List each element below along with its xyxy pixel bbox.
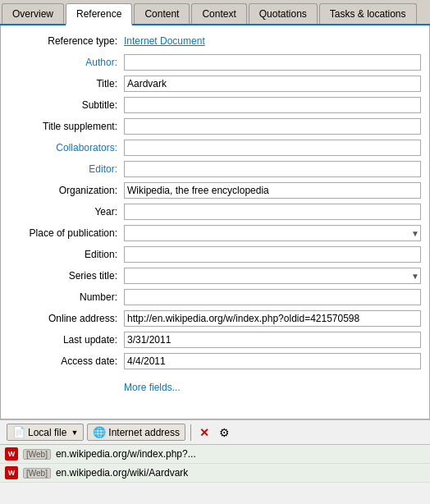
ref-type-value[interactable]: Internet Document <box>124 35 205 47</box>
title-input[interactable] <box>124 76 421 92</box>
list-item[interactable]: W [Web] en.wikipedia.org/w/index.php?... <box>0 445 430 464</box>
title-label: Title: <box>9 78 124 89</box>
access-date-row: Access date: <box>9 352 421 370</box>
internet-address-button[interactable]: 🌐 Internet address <box>87 424 185 441</box>
series-title-label: Series title: <box>9 270 124 282</box>
author-row: Author: <box>9 53 421 71</box>
list-item-url-1: en.wikipedia.org/wiki/Aardvark <box>56 467 188 479</box>
subtitle-input[interactable] <box>124 97 421 113</box>
number-label: Number: <box>9 291 124 303</box>
editor-row: Editor: <box>9 160 421 178</box>
place-publication-wrapper: ▼ <box>124 225 421 241</box>
year-input[interactable] <box>124 204 421 220</box>
collaborators-input[interactable] <box>124 140 421 156</box>
title-supplement-row: Title supplement: <box>9 117 421 135</box>
internet-address-label: Internet address <box>108 427 180 438</box>
online-address-row: Online address: <box>9 309 421 328</box>
last-update-input[interactable] <box>124 332 421 348</box>
online-address-input[interactable] <box>124 310 421 327</box>
subtitle-row: Subtitle: <box>9 96 421 114</box>
tab-content[interactable]: Content <box>134 3 190 24</box>
settings-button[interactable]: ⚙ <box>216 426 233 439</box>
series-title-row: Series title: ▼ <box>9 267 421 285</box>
title-row: Title: <box>9 75 421 93</box>
reference-form: Reference type: Internet Document Author… <box>0 25 430 419</box>
delete-button[interactable]: ✕ <box>196 426 213 439</box>
editor-label: Editor: <box>9 163 124 175</box>
edition-input[interactable] <box>124 246 421 263</box>
author-input[interactable] <box>124 54 421 71</box>
list-item-icon-1: W <box>5 466 18 479</box>
place-publication-input[interactable] <box>124 225 421 241</box>
bottom-list: W [Web] en.wikipedia.org/w/index.php?...… <box>0 444 430 483</box>
last-update-row: Last update: <box>9 331 421 349</box>
year-row: Year: <box>9 203 421 221</box>
list-item-badge-1: [Web] <box>23 468 51 479</box>
list-item[interactable]: W [Web] en.wikipedia.org/wiki/Aardvark <box>0 464 430 483</box>
organization-input[interactable] <box>124 182 421 199</box>
year-label: Year: <box>9 206 124 218</box>
edition-row: Edition: <box>9 245 421 263</box>
collaborators-row: Collaborators: <box>9 139 421 157</box>
edition-label: Edition: <box>9 249 124 260</box>
list-item-badge-0: [Web] <box>23 449 51 460</box>
bottom-toolbar: 📄 Local file ▼ 🌐 Internet address ✕ ⚙ <box>0 419 430 444</box>
last-update-label: Last update: <box>9 334 124 346</box>
collaborators-label: Collaborators: <box>9 142 124 153</box>
organization-label: Organization: <box>9 185 124 196</box>
title-supplement-input[interactable] <box>124 118 421 135</box>
series-title-input[interactable] <box>124 268 421 284</box>
list-item-url-0: en.wikipedia.org/w/index.php?... <box>56 448 196 460</box>
tab-bar: Overview Reference Content Context Quota… <box>0 0 430 25</box>
internet-address-icon: 🌐 <box>93 426 106 438</box>
author-label: Author: <box>9 57 124 68</box>
more-fields-link[interactable]: More fields... <box>124 382 181 393</box>
editor-input[interactable] <box>124 161 421 177</box>
tab-tasks-locations[interactable]: Tasks & locations <box>319 3 417 24</box>
subtitle-label: Subtitle: <box>9 99 124 111</box>
place-publication-row: Place of publication: ▼ <box>9 224 421 242</box>
list-item-icon-0: W <box>5 447 18 460</box>
tab-overview[interactable]: Overview <box>2 3 64 24</box>
place-publication-label: Place of publication: <box>9 227 124 239</box>
online-address-label: Online address: <box>9 313 124 324</box>
number-input[interactable] <box>124 289 421 305</box>
organization-row: Organization: <box>9 181 421 199</box>
access-date-input[interactable] <box>124 353 421 369</box>
local-file-label: Local file <box>28 427 66 438</box>
ref-type-row: Reference type: Internet Document <box>9 32 421 50</box>
access-date-label: Access date: <box>9 355 124 367</box>
tab-reference[interactable]: Reference <box>66 3 132 25</box>
number-row: Number: <box>9 288 421 306</box>
local-file-icon: 📄 <box>12 426 25 438</box>
toolbar-separator <box>190 424 191 441</box>
tab-quotations[interactable]: Quotations <box>249 3 318 24</box>
tab-context[interactable]: Context <box>191 3 246 24</box>
series-title-wrapper: ▼ <box>124 268 421 284</box>
title-supplement-label: Title supplement: <box>9 121 124 132</box>
local-file-dropdown-icon: ▼ <box>71 428 78 437</box>
ref-type-label: Reference type: <box>9 35 124 47</box>
local-file-button[interactable]: 📄 Local file ▼ <box>7 424 84 441</box>
